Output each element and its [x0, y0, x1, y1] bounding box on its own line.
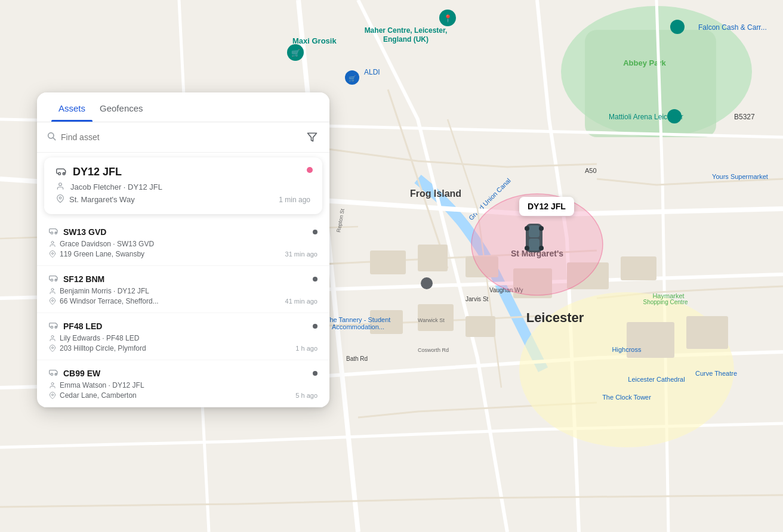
asset-item-header: CB99 EW: [49, 367, 317, 379]
svg-text:The Tannery - Student: The Tannery - Student: [326, 316, 391, 323]
svg-point-80: [52, 347, 54, 349]
svg-point-73: [51, 279, 53, 281]
asset-time-1: 41 min ago: [285, 298, 317, 305]
car-icon-1: [49, 273, 58, 284]
svg-text:Accommodation...: Accommodation...: [332, 323, 384, 330]
asset-driver-3: Emma Watson · DY12 JFL: [49, 381, 317, 389]
filter-button[interactable]: [304, 129, 320, 145]
svg-text:Bath Rd: Bath Rd: [346, 355, 368, 362]
svg-text:Cosworth Rd: Cosworth Rd: [418, 347, 449, 353]
svg-point-76: [52, 300, 54, 302]
svg-point-81: [51, 373, 53, 375]
svg-text:Falcon Cash & Carr...: Falcon Cash & Carr...: [698, 23, 767, 32]
asset-time-2: 1 h ago: [295, 345, 317, 352]
location-icon-1: [49, 298, 56, 305]
tab-assets[interactable]: Assets: [51, 92, 93, 122]
svg-point-69: [51, 232, 53, 234]
svg-rect-11: [621, 256, 656, 280]
tooltip-label: DY12 JFL: [528, 202, 566, 211]
selected-asset-header: DY12 JFL: [56, 166, 310, 178]
search-icon: [47, 131, 56, 143]
location-icon-selected: [56, 194, 64, 205]
svg-text:Warwick St: Warwick St: [418, 317, 445, 323]
svg-rect-57: [529, 239, 540, 250]
svg-point-77: [51, 326, 53, 328]
selected-asset-driver-row: Jacob Fletcher · DY12 JFL: [56, 182, 310, 192]
car-icon-0: [49, 226, 58, 237]
svg-text:Jarvis St: Jarvis St: [466, 296, 489, 302]
asset-time-0: 31 min ago: [285, 250, 317, 258]
svg-point-65: [58, 172, 61, 175]
asset-name-0: SW13 GVD: [63, 227, 308, 237]
svg-rect-6: [370, 250, 406, 274]
car-icon-3: [49, 367, 58, 379]
asset-status-dot-3: [313, 371, 317, 376]
svg-point-68: [59, 197, 61, 199]
asset-item-header: SF12 BNM: [49, 273, 317, 284]
svg-text:🛒: 🛒: [349, 75, 356, 82]
svg-point-58: [525, 226, 529, 231]
tab-geofences[interactable]: Geofences: [93, 92, 150, 122]
car-icon-2: [49, 320, 58, 332]
person-icon-selected: [56, 182, 66, 192]
selected-asset-driver: Jacob Fletcher · DY12 JFL: [70, 183, 162, 191]
map-tooltip: DY12 JFL: [519, 197, 574, 216]
svg-point-61: [539, 246, 544, 250]
person-icon-2: [49, 335, 56, 342]
asset-item-header: PF48 LED: [49, 320, 317, 332]
svg-text:A50: A50: [585, 167, 597, 174]
asset-list-item[interactable]: SF12 BNM Benjamin Morris · DY12 JFL 66 W…: [37, 266, 329, 313]
asset-item-header: SW13 GVD: [49, 226, 317, 237]
asset-status-dot-2: [313, 324, 317, 329]
asset-name-3: CB99 EW: [63, 369, 308, 378]
selected-asset-name: DY12 JFL: [73, 166, 122, 178]
svg-text:Frog Island: Frog Island: [410, 188, 461, 199]
location-icon-2: [49, 345, 56, 352]
asset-location-0: 119 Green Lane, Swansby 31 min ago: [49, 250, 317, 258]
person-icon-1: [49, 287, 56, 295]
svg-text:Yours Supermarket: Yours Supermarket: [712, 173, 768, 180]
selected-asset-location: St. Margaret's Way: [69, 195, 135, 204]
search-bar: [37, 122, 329, 153]
svg-text:Maxi Grosik: Maxi Grosik: [292, 36, 337, 45]
asset-list-item[interactable]: PF48 LED Lily Edwards · PF48 LED 203 Hil…: [37, 313, 329, 360]
svg-text:Leicester Cathedral: Leicester Cathedral: [628, 376, 685, 383]
asset-driver-0: Grace Davidson · SW13 GVD: [49, 240, 317, 248]
person-icon-3: [49, 382, 56, 389]
search-input-wrapper: [47, 131, 300, 143]
search-input[interactable]: [61, 132, 300, 142]
person-icon-0: [49, 240, 56, 248]
svg-rect-2: [585, 30, 716, 137]
tabs-container: Assets Geofences: [37, 92, 329, 122]
svg-rect-14: [466, 316, 495, 337]
svg-text:ALDI: ALDI: [364, 68, 380, 76]
asset-name-1: SF12 BNM: [63, 274, 308, 284]
asset-status-dot-1: [313, 277, 317, 282]
selected-asset-location-left: St. Margaret's Way: [56, 194, 135, 205]
svg-text:B5327: B5327: [734, 113, 755, 121]
svg-point-50: [670, 20, 685, 34]
svg-text:The Clock Tower: The Clock Tower: [602, 394, 651, 401]
asset-list-item[interactable]: CB99 EW Emma Watson · DY12 JFL Cedar Lan…: [37, 360, 329, 407]
asset-list-item[interactable]: SW13 GVD Grace Davidson · SW13 GVD 119 G…: [37, 219, 329, 266]
assets-panel: Assets Geofences: [37, 92, 329, 407]
asset-location-1: 66 Windsor Terrace, Shefford... 41 min a…: [49, 297, 317, 305]
svg-point-72: [52, 253, 54, 255]
svg-point-75: [51, 289, 54, 291]
svg-text:Shopping Centre: Shopping Centre: [643, 299, 688, 305]
location-icon-3: [49, 392, 56, 399]
asset-driver-1: Benjamin Morris · DY12 JFL: [49, 287, 317, 295]
svg-point-59: [539, 226, 544, 231]
svg-rect-56: [529, 225, 540, 237]
svg-text:Curve Theatre: Curve Theatre: [695, 370, 737, 377]
selected-asset-location-row: St. Margaret's Way 1 min ago: [56, 194, 310, 205]
svg-point-83: [51, 383, 54, 385]
svg-text:Mattioli Arena Leicester: Mattioli Arena Leicester: [609, 113, 683, 121]
selected-asset-card[interactable]: DY12 JFL Jacob Fletcher · DY12 JFL: [44, 157, 322, 214]
asset-time-3: 5 h ago: [295, 392, 317, 399]
svg-marker-64: [308, 133, 317, 141]
asset-location-3: Cedar Lane, Camberton 5 h ago: [49, 391, 317, 400]
selected-asset-status-dot: [307, 167, 313, 173]
svg-point-71: [51, 242, 54, 244]
svg-text:Maher Centre, Leicester,: Maher Centre, Leicester,: [365, 26, 448, 35]
